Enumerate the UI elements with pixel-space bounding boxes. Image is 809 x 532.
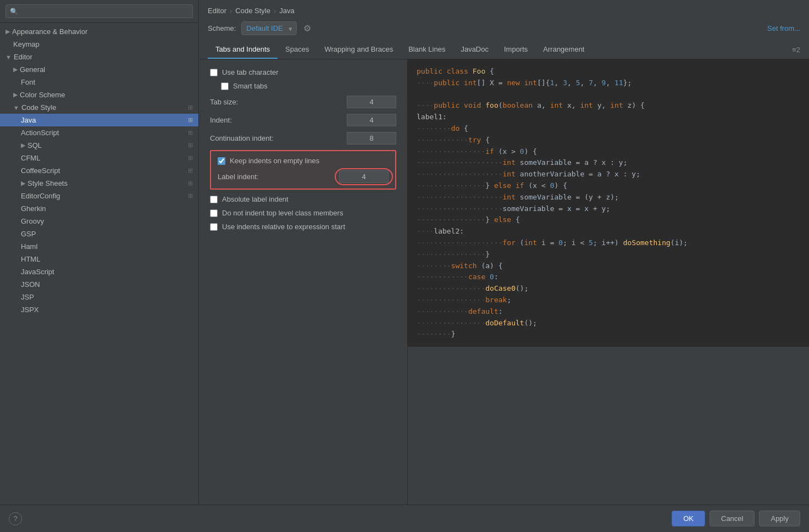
sidebar-item-color-scheme[interactable]: ▶ Color Scheme	[0, 88, 198, 101]
tab-blank-lines[interactable]: Blank Lines	[401, 41, 453, 59]
tab-arrangement[interactable]: Arrangement	[535, 41, 592, 59]
use-tab-character-label: Use tab character	[222, 68, 279, 76]
search-input[interactable]	[5, 4, 193, 18]
set-from-link[interactable]: Set from...	[767, 24, 800, 32]
content-area: Editor › Code Style › Java Scheme: Defau…	[199, 0, 809, 505]
sidebar-item-keymap[interactable]: Keymap	[0, 38, 198, 51]
code-line	[417, 89, 800, 101]
indent-input[interactable]	[347, 114, 396, 126]
copy-icon: ⊞	[188, 167, 193, 174]
continuation-indent-input[interactable]	[347, 132, 396, 145]
breadcrumb-java: Java	[279, 7, 294, 15]
absolute-label-indent-checkbox[interactable]	[210, 196, 218, 203]
label-indent-input-wrapper	[339, 170, 389, 183]
tab-size-input[interactable]	[347, 96, 396, 108]
tab-wrapping-and-braces[interactable]: Wrapping and Braces	[317, 41, 401, 59]
smart-tabs-checkbox[interactable]	[221, 82, 229, 90]
search-icon: 🔍	[10, 8, 18, 15]
sidebar-item-label: Keymap	[13, 40, 40, 48]
tab-spaces[interactable]: Spaces	[278, 41, 317, 59]
sidebar-item-editorconfig[interactable]: EditorConfig ⊞	[0, 190, 198, 202]
settings-panel: Use tab character Smart tabs Tab size:	[199, 59, 408, 505]
scheme-bar: Scheme: Default IDE ⚙ Set from...	[199, 19, 809, 41]
copy-icon: ⊞	[188, 180, 193, 187]
sidebar-item-code-style[interactable]: ▼ Code Style ⊞	[0, 101, 198, 114]
sidebar-item-editor[interactable]: ▼ Editor	[0, 51, 198, 63]
sidebar-item-style-sheets[interactable]: ▶ Style Sheets ⊞	[0, 177, 198, 190]
apply-button[interactable]: Apply	[759, 511, 800, 527]
sidebar-item-coffeescript[interactable]: CoffeeScript ⊞	[0, 164, 198, 177]
copy-icon: ⊞	[188, 104, 193, 111]
sidebar-item-label: EditorConfig	[21, 192, 60, 200]
code-line: ················doCase0();	[417, 283, 800, 295]
scheme-select[interactable]: Default IDE	[241, 21, 297, 35]
tabs-row: Tabs and Indents Spaces Wrapping and Bra…	[199, 41, 809, 59]
sidebar-item-label: GSP	[21, 230, 36, 238]
code-line: ················} else if (x < 0) {	[417, 180, 800, 192]
label-indent-input[interactable]	[339, 170, 389, 183]
settings-dialog: 🔍 ▶ Appearance & Behavior Keymap ▼ Edito	[0, 0, 809, 532]
code-line: ····label2:	[417, 226, 800, 237]
sidebar-item-label: CFML	[21, 154, 40, 162]
sidebar-item-json[interactable]: JSON	[0, 278, 198, 291]
code-line: ····················int anotherVariable …	[417, 169, 800, 180]
sidebar-item-groovy[interactable]: Groovy	[0, 215, 198, 228]
use-indents-relative-checkbox[interactable]	[210, 223, 218, 231]
ok-button[interactable]: OK	[672, 511, 705, 527]
sidebar-item-java[interactable]: Java ⊞	[0, 114, 198, 126]
sidebar-item-actionscript[interactable]: ActionScript ⊞	[0, 126, 198, 139]
sidebar: 🔍 ▶ Appearance & Behavior Keymap ▼ Edito	[0, 0, 199, 505]
highlight-box: Keep indents on empty lines Label indent…	[210, 150, 396, 190]
sidebar-item-label: Font	[21, 78, 35, 86]
sidebar-item-haml[interactable]: Haml	[0, 240, 198, 253]
breadcrumb: Editor › Code Style › Java	[199, 0, 809, 19]
tab-more[interactable]: ≡2	[792, 46, 800, 54]
main-panel: Use tab character Smart tabs Tab size:	[199, 59, 809, 505]
scheme-label: Scheme:	[208, 24, 236, 32]
tab-javadoc[interactable]: JavaDoc	[453, 41, 496, 59]
sidebar-item-jsp[interactable]: JSP	[0, 291, 198, 303]
label-indent-label: Label indent:	[218, 173, 339, 181]
cancel-button[interactable]: Cancel	[710, 511, 755, 527]
code-line: label1:	[417, 112, 800, 123]
do-not-indent-checkbox[interactable]	[210, 209, 218, 217]
sidebar-item-sql[interactable]: ▶ SQL ⊞	[0, 139, 198, 152]
expand-arrow: ▼	[13, 104, 19, 111]
continuation-indent-label: Continuation indent:	[210, 134, 347, 142]
sidebar-item-cfml[interactable]: CFML ⊞	[0, 152, 198, 164]
tab-tabs-and-indents[interactable]: Tabs and Indents	[208, 41, 278, 59]
code-line: ················} else {	[417, 214, 800, 226]
use-tab-character-row: Use tab character	[210, 68, 396, 76]
sidebar-item-label: General	[20, 65, 45, 74]
sidebar-item-general[interactable]: ▶ General	[0, 63, 198, 76]
copy-icon: ⊞	[188, 129, 193, 136]
breadcrumb-sep-2: ›	[274, 7, 276, 15]
code-line: ············default:	[417, 306, 800, 318]
tab-imports[interactable]: Imports	[496, 41, 535, 59]
sidebar-item-gsp[interactable]: GSP	[0, 228, 198, 240]
code-line: ····················someVariable = x = x…	[417, 203, 800, 215]
keep-indents-checkbox[interactable]	[218, 157, 225, 165]
sidebar-item-label: CoffeeScript	[21, 167, 60, 175]
use-tab-character-checkbox[interactable]	[210, 69, 218, 76]
code-line: ········do {	[417, 123, 800, 135]
do-not-indent-label: Do not indent top level class members	[222, 209, 343, 217]
sidebar-item-javascript[interactable]: JavaScript	[0, 265, 198, 278]
sidebar-item-appearance[interactable]: ▶ Appearance & Behavior	[0, 25, 198, 38]
sidebar-item-gherkin[interactable]: Gherkin	[0, 202, 198, 215]
label-indent-row: Label indent:	[218, 170, 389, 183]
tab-size-label: Tab size:	[210, 98, 347, 106]
sidebar-item-label: JavaScript	[21, 268, 54, 276]
keep-indents-row: Keep indents on empty lines	[218, 157, 389, 165]
code-line: ············try {	[417, 135, 800, 146]
sidebar-item-font[interactable]: Font	[0, 76, 198, 88]
help-button[interactable]: ?	[9, 512, 22, 525]
sidebar-item-label: Code Style	[21, 103, 57, 112]
absolute-label-indent-label: Absolute label indent	[222, 195, 289, 203]
breadcrumb-editor: Editor	[208, 7, 226, 15]
sidebar-item-html[interactable]: HTML	[0, 253, 198, 265]
gear-button[interactable]: ⚙	[302, 22, 312, 35]
code-line: ················}	[417, 249, 800, 261]
sidebar-item-jspx[interactable]: JSPX	[0, 303, 198, 316]
code-line: ········}	[417, 329, 800, 340]
